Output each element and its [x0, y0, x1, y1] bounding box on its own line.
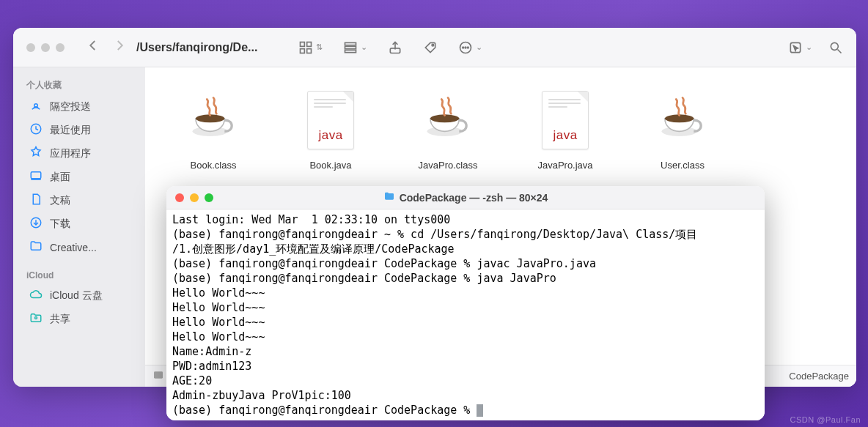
folder-icon [383, 190, 395, 204]
sidebar-item-airdrop[interactable]: 隔空投送 [18, 95, 141, 118]
sidebar-item-docs[interactable]: 文稿 [18, 189, 141, 212]
downloads-icon [29, 216, 43, 231]
nav-arrows [87, 39, 126, 56]
terminal-body[interactable]: Last login: Wed Mar 1 02:33:10 on ttys00… [166, 209, 765, 420]
file-name: User.class [638, 160, 727, 171]
svg-point-8 [432, 44, 434, 46]
terminal-titlebar[interactable]: CodePackage — -zsh — 80×24 [166, 186, 765, 209]
file-item[interactable]: javaBook.java [286, 85, 375, 171]
sidebar-item-label: 共享 [50, 313, 70, 326]
svg-point-22 [35, 317, 37, 319]
file-item[interactable]: User.class [638, 85, 727, 171]
file-item[interactable]: Book.class [169, 85, 258, 171]
file-name: JavaPro.java [521, 160, 610, 171]
forward-button[interactable] [113, 39, 126, 56]
folder-icon [29, 240, 43, 255]
class-file-icon [638, 85, 727, 155]
terminal-window: CodePackage — -zsh — 80×24 Last login: W… [166, 186, 765, 420]
minimize-button[interactable] [190, 193, 199, 202]
more-button[interactable]: ⌄ [458, 40, 482, 55]
sidebar-item-recents[interactable]: 最近使用 [18, 119, 141, 141]
group-by-button[interactable]: ⌄ [343, 40, 367, 55]
sidebar-item-label: 应用程序 [50, 147, 91, 160]
sidebar-item-label: 桌面 [50, 171, 70, 184]
shared-icon [29, 311, 43, 327]
sidebar-item-apps[interactable]: 应用程序 [18, 142, 141, 165]
desktop-icon [29, 169, 43, 185]
file-name: Book.class [169, 160, 258, 171]
svg-point-14 [831, 42, 838, 50]
terminal-cursor [477, 404, 483, 417]
svg-rect-2 [301, 48, 305, 53]
sidebar: 个人收藏 隔空投送最近使用应用程序桌面文稿下载Creative... iClou… [13, 67, 145, 387]
sidebar-favorites-title: 个人收藏 [13, 75, 145, 94]
zoom-button[interactable] [205, 193, 213, 202]
svg-rect-1 [307, 42, 312, 46]
toolbar-view-group: ⇅ ⌄ ⌄ [298, 40, 482, 55]
toolbar-right: ⌄ [788, 40, 843, 55]
status-path: CodePackage [789, 371, 849, 382]
close-button[interactable] [175, 193, 184, 202]
svg-rect-4 [345, 42, 356, 45]
cloud-icon [29, 288, 43, 303]
apps-icon [29, 146, 43, 161]
svg-rect-6 [345, 50, 356, 52]
search-button[interactable] [828, 40, 843, 55]
file-item[interactable]: javaJavaPro.java [521, 85, 610, 171]
sidebar-item-label: iCloud 云盘 [50, 289, 103, 302]
svg-rect-29 [154, 371, 163, 378]
disk-icon [152, 369, 164, 383]
svg-rect-0 [301, 42, 305, 46]
traffic-lights[interactable] [26, 43, 65, 52]
svg-rect-18 [31, 172, 41, 179]
recents-icon [29, 122, 43, 138]
view-icons-button[interactable]: ⇅ [298, 40, 323, 55]
close-button[interactable] [26, 43, 35, 52]
tag-button[interactable] [423, 40, 438, 55]
svg-point-12 [468, 47, 469, 48]
svg-rect-3 [307, 48, 312, 53]
file-item[interactable]: JavaPro.class [403, 85, 493, 171]
sidebar-item-label: Creative... [50, 242, 97, 253]
svg-rect-5 [345, 46, 356, 48]
path-title: /Users/fanqirong/De... [136, 41, 257, 54]
chevron-down-icon: ⌄ [806, 42, 812, 52]
sidebar-item-label: 文稿 [50, 194, 70, 207]
java-file-icon: java [286, 85, 375, 155]
minimize-button[interactable] [41, 43, 50, 52]
terminal-traffic-lights[interactable] [175, 193, 213, 202]
watermark: CSDN @Paul.Fan [790, 415, 861, 424]
updown-icon: ⇅ [316, 42, 323, 52]
sidebar-icloud-title: iCloud [13, 266, 145, 283]
terminal-title: CodePackage — -zsh — 80×24 [400, 192, 548, 204]
sidebar-item-desktop[interactable]: 桌面 [18, 166, 141, 188]
sidebar-item-label: 下载 [50, 218, 70, 231]
docs-icon [29, 193, 43, 208]
sidebar-item-shared[interactable]: 共享 [18, 308, 141, 330]
sidebar-item-folder[interactable]: Creative... [18, 236, 141, 259]
finder-toolbar: /Users/fanqirong/De... ⇅ ⌄ ⌄ [13, 28, 856, 67]
sidebar-item-downloads[interactable]: 下载 [18, 212, 141, 235]
sidebar-item-label: 最近使用 [50, 124, 91, 137]
svg-point-10 [463, 47, 464, 48]
java-file-icon: java [521, 85, 610, 155]
chevron-down-icon: ⌄ [476, 42, 482, 52]
back-button[interactable] [87, 39, 100, 56]
share-button[interactable] [388, 40, 402, 55]
svg-line-15 [838, 49, 842, 53]
file-name: Book.java [286, 160, 375, 171]
file-name: JavaPro.class [403, 160, 493, 171]
class-file-icon [169, 85, 258, 155]
airdrop-icon [29, 99, 43, 114]
class-file-icon [403, 85, 493, 155]
sidebar-item-cloud[interactable]: iCloud 云盘 [18, 284, 141, 307]
svg-point-11 [466, 47, 467, 48]
sidebar-item-label: 隔空投送 [50, 100, 91, 114]
chevron-down-icon: ⌄ [361, 42, 367, 52]
zoom-button[interactable] [56, 43, 65, 52]
cursor-button[interactable]: ⌄ [788, 40, 812, 55]
